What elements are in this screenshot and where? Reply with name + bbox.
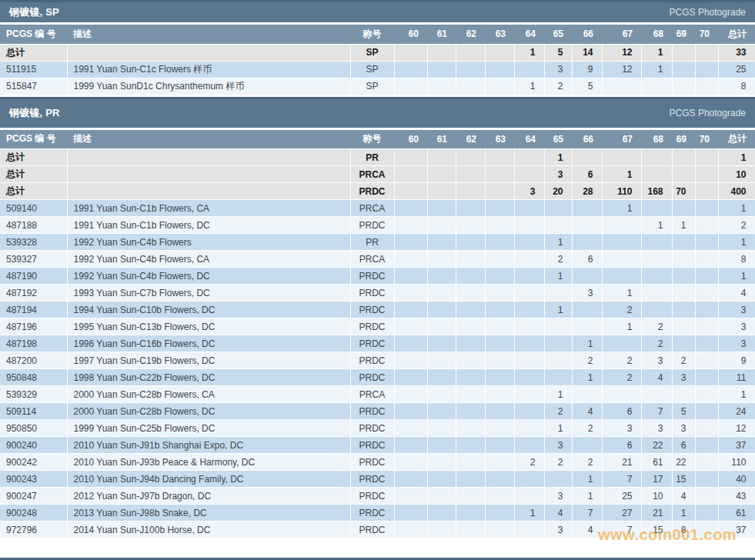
grade-60-cell — [394, 285, 427, 302]
grade-66-cell: 1 — [572, 335, 602, 352]
photograde-link[interactable]: PCGS Photograde — [670, 108, 746, 118]
pcgs-number-link[interactable]: 487198 — [0, 335, 67, 352]
grade-68-cell: 2 — [641, 318, 672, 335]
pcgs-number-link[interactable]: 900243 — [0, 471, 67, 488]
grade-62-cell — [456, 403, 485, 420]
column-header-grade-64: 64 — [514, 25, 544, 44]
pcgs-number-link[interactable]: 487196 — [0, 318, 67, 335]
grade-61-cell — [427, 488, 456, 505]
grade-61-cell — [427, 251, 456, 268]
grade-70-cell — [695, 166, 718, 183]
grade-65-cell: 3 — [544, 166, 572, 183]
column-header-grade-70: 70 — [695, 130, 718, 149]
grade-63-cell — [485, 234, 514, 251]
grade-60-cell — [394, 166, 427, 183]
pcgs-number-link[interactable]: 900240 — [0, 437, 67, 454]
coin-row: 4871921993 Yuan Sun-C7b Flowers, DCPRDC3… — [0, 285, 755, 302]
designation-cell: SP — [350, 78, 394, 95]
grade-60-cell — [394, 420, 427, 437]
total-cell: 110 — [718, 454, 755, 471]
grade-70-cell — [695, 522, 718, 538]
pcgs-number-link[interactable]: 950848 — [0, 369, 67, 386]
coin-row: 9508501999 Yuan Sun-C25b Flowers, DCPRDC… — [0, 420, 755, 437]
coin-row: 4871881991 Yuan Sun-C1b Flowers, DCPRDC1… — [0, 217, 755, 234]
grade-64-cell — [514, 437, 544, 454]
photograde-link[interactable]: PCGS Photograde — [670, 7, 746, 18]
pcgs-number-link[interactable]: 487190 — [0, 268, 67, 285]
total-cell: 1 — [718, 149, 755, 166]
grade-64-cell: 1 — [514, 44, 544, 61]
coin-row: 9508481998 Yuan Sun-C22b Flowers, DCPRDC… — [0, 369, 755, 386]
grade-67-cell — [602, 217, 641, 234]
grade-60-cell — [394, 183, 427, 200]
total-cell: 3 — [718, 302, 755, 318]
pcgs-number-link[interactable]: 900242 — [0, 454, 67, 471]
grade-66-cell: 1 — [572, 488, 602, 505]
grade-65-cell — [544, 352, 572, 369]
total-cell: 10 — [718, 166, 755, 183]
pcgs-number-link[interactable]: 515847 — [0, 78, 67, 95]
grade-67-cell — [602, 149, 641, 166]
grade-64-cell — [514, 386, 544, 403]
grade-60-cell — [394, 454, 427, 471]
grade-65-cell: 1 — [544, 420, 572, 437]
pcgs-number-link[interactable]: 900248 — [0, 505, 67, 522]
pcgs-number-link[interactable]: 539328 — [0, 234, 67, 251]
pcgs-number-link[interactable]: 539327 — [0, 251, 67, 268]
grade-68-cell — [641, 285, 672, 302]
pcgs-number-link[interactable]: 972796 — [0, 522, 67, 538]
grade-66-cell: 14 — [572, 44, 602, 61]
grade-64-cell: 1 — [514, 78, 544, 95]
pcgs-number-link[interactable]: 950850 — [0, 420, 67, 437]
grade-67-cell: 1 — [602, 200, 641, 217]
grade-63-cell — [485, 166, 514, 183]
pcgs-number-link[interactable]: 511915 — [0, 61, 67, 78]
grade-67-cell: 21 — [602, 454, 641, 471]
grade-68-cell — [641, 78, 672, 95]
pcgs-number-link[interactable]: 539329 — [0, 386, 67, 403]
coin-row: 9002422010 Yuan Sun-J93b Peace & Harmony… — [0, 454, 755, 471]
summary-label-cell: 总计 — [0, 44, 67, 61]
pcgs-number-link[interactable]: 487188 — [0, 217, 67, 234]
grade-66-cell: 28 — [572, 183, 602, 200]
grade-68-cell — [641, 268, 672, 285]
column-header-designation: 称号 — [350, 130, 394, 149]
pcgs-number-link[interactable]: 509114 — [0, 403, 67, 420]
grade-60-cell — [394, 403, 427, 420]
pcgs-number-link[interactable]: 487194 — [0, 302, 67, 318]
table-header-row: PCGS 编 号描述称号6061626364656667686970总计 — [0, 130, 755, 149]
grade-64-cell — [514, 234, 544, 251]
pcgs-number-link[interactable]: 900247 — [0, 488, 67, 505]
pcgs-number-link[interactable]: 487200 — [0, 352, 67, 369]
grade-66-cell — [572, 437, 602, 454]
grade-62-cell — [456, 268, 485, 285]
grade-67-cell: 3 — [602, 420, 641, 437]
total-cell: 11 — [718, 369, 755, 386]
grade-67-cell: 12 — [602, 61, 641, 78]
grade-64-cell — [514, 471, 544, 488]
grade-64-cell: 3 — [514, 183, 544, 200]
designation-cell: PRDC — [350, 471, 394, 488]
grade-61-cell — [427, 183, 456, 200]
grade-68-cell: 4 — [641, 369, 672, 386]
grade-65-cell — [544, 471, 572, 488]
pcgs-number-link[interactable]: 509140 — [0, 200, 67, 217]
grade-61-cell — [427, 352, 456, 369]
designation-cell: PRDC — [350, 217, 394, 234]
grade-64-cell — [514, 318, 544, 335]
designation-cell: PRDC — [350, 454, 394, 471]
description-cell — [67, 183, 350, 200]
grade-60-cell — [394, 522, 427, 538]
grade-60-cell — [394, 200, 427, 217]
designation-cell: PRCA — [350, 200, 394, 217]
description-cell: 2012 Yuan Sun-J97b Dragon, DC — [67, 488, 350, 505]
description-cell: 1991 Yuan Sun-C1b Flowers, CA — [67, 200, 350, 217]
pcgs-number-link[interactable]: 487192 — [0, 285, 67, 302]
grade-69-cell — [672, 318, 695, 335]
grade-63-cell — [485, 217, 514, 234]
grade-69-cell: 8 — [672, 522, 695, 538]
grade-65-cell: 2 — [544, 454, 572, 471]
grade-62-cell — [456, 251, 485, 268]
grade-62-cell — [456, 420, 485, 437]
designation-cell: PRDC — [350, 183, 394, 200]
